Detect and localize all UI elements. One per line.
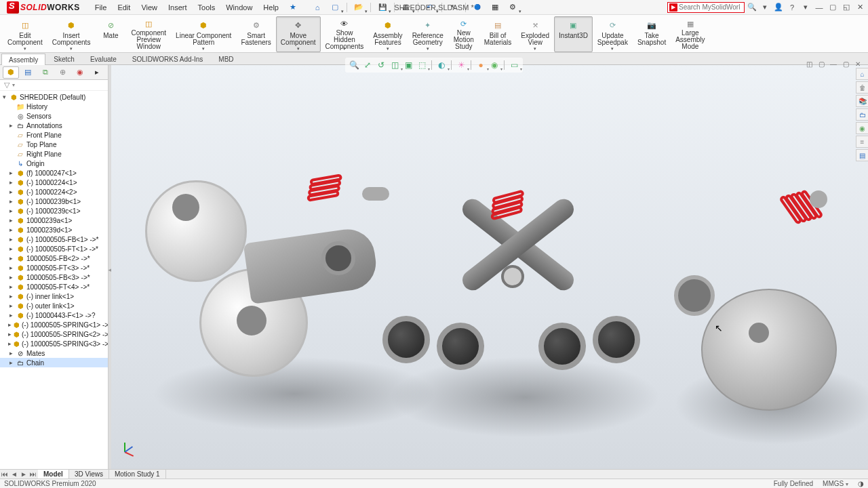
ribbon-smart-fasteners[interactable]: Smart Fasteners	[236, 16, 275, 52]
search-input[interactable]	[679, 3, 740, 11]
menu-tools[interactable]: Tools	[193, 1, 221, 14]
search-icon[interactable]: 🔍	[747, 3, 757, 12]
tab-scroll-right-icon[interactable]: ⏭	[28, 470, 38, 478]
taskpane-view-palette-icon[interactable]: ◉	[856, 122, 868, 134]
tree-item[interactable]: ▸⬢10000505-FT<3> ->*	[0, 263, 108, 272]
tree-item[interactable]: ▱Right Plane	[0, 149, 108, 159]
ribbon-bill-of-materials[interactable]: Bill of Materials	[479, 16, 517, 52]
open-button[interactable]	[351, 1, 366, 14]
tree-item[interactable]: ▸⬢10000505-FB<3> ->*	[0, 272, 108, 282]
cm-tab-solidworks-add-ins[interactable]: SOLIDWORKS Add-Ins	[125, 53, 210, 64]
ribbon-insert-components[interactable]: Insert Components▾	[47, 16, 96, 52]
fm-tab-dim[interactable]: ⊕	[55, 66, 71, 79]
minimize-button[interactable]: —	[814, 2, 825, 13]
menu-file[interactable]: File	[90, 1, 113, 14]
model-tab--d-views[interactable]: 3D Views	[69, 470, 109, 479]
tree-item[interactable]: ↳Origin	[0, 159, 108, 168]
status-units[interactable]: MMGS ▾	[823, 480, 848, 487]
mdi-cascade-icon[interactable]: ▢	[816, 59, 826, 68]
mdi-tile-icon[interactable]: ◫	[804, 59, 814, 68]
new-button[interactable]	[328, 1, 342, 14]
options-button[interactable]: ▦	[488, 1, 502, 14]
dynamic-annotation-icon[interactable]: ▣	[402, 59, 414, 71]
tree-item[interactable]: ▸⬢(-) 10000505-FT<1> ->*	[0, 244, 108, 253]
menu-view[interactable]: View	[136, 1, 163, 14]
fm-tab-expand-icon[interactable]: ▸	[90, 66, 106, 79]
taskpane-resources-icon[interactable]: 🗑	[856, 81, 868, 94]
ribbon-instant-d[interactable]: Instant3D	[554, 16, 593, 52]
tree-root[interactable]: ▾ ⬢ SHREDDER (Default)	[0, 92, 108, 102]
taskpane-design-library-icon[interactable]: 📚	[856, 95, 868, 107]
ribbon-exploded-view[interactable]: Exploded View▾	[516, 16, 554, 52]
ribbon-new-motion-study[interactable]: New Motion Study	[448, 16, 479, 52]
model-tab-model[interactable]: Model	[38, 470, 69, 479]
help-arrow-icon[interactable]: ▾	[800, 2, 811, 13]
taskpane-file-explorer-icon[interactable]: 🗀	[856, 108, 868, 121]
taskpane-custom-props-icon[interactable]: ▤	[856, 149, 868, 161]
tree-item[interactable]: ▸⬢10000239d<1>	[0, 225, 108, 235]
help-icon[interactable]: ?	[787, 2, 797, 13]
menu-help[interactable]: Help	[258, 1, 284, 14]
tree-item[interactable]: ▸⬢(-) outer link<1>	[0, 301, 108, 310]
tree-item[interactable]: ▸⬢(-) 10000239c<1>	[0, 206, 108, 216]
help-dropdown-icon[interactable]: ▾	[760, 2, 770, 13]
fm-tab-property[interactable]: ▤	[20, 66, 37, 79]
zoom-fit-icon[interactable]: 🔍	[348, 59, 360, 71]
ribbon-large-assembly-mode[interactable]: Large Assembly Mode	[671, 16, 709, 52]
model-tab-motion-study-[interactable]: Motion Study 1	[109, 470, 166, 479]
tree-item[interactable]: ▸⬢10000505-FB<2> ->*	[0, 253, 108, 263]
fm-tab-config[interactable]: ⧉	[37, 66, 54, 79]
tree-item[interactable]: ▸⬢(f) 10000247<1>	[0, 168, 108, 178]
taskpane-home-icon[interactable]: ⌂	[856, 68, 868, 80]
view-settings-icon[interactable]: ▭	[508, 59, 520, 71]
tab-scroll-left-icon[interactable]: ⏮	[0, 470, 9, 478]
search-box[interactable]: ▶	[667, 2, 745, 13]
ribbon-assembly-features[interactable]: Assembly Features▾	[368, 16, 407, 52]
restore-button[interactable]: ▢	[827, 2, 838, 13]
orientation-triad[interactable]	[119, 439, 138, 458]
close-button[interactable]: ✕	[854, 2, 865, 13]
previous-view-icon[interactable]: ↺	[375, 59, 387, 71]
cm-tab-assembly[interactable]: Assembly	[1, 54, 45, 65]
tree-item[interactable]: ▸⬢(-) 10000505-FB<1> ->*	[0, 235, 108, 244]
tree-item[interactable]: ▸⬢10000239a<1>	[0, 216, 108, 225]
menu-insert[interactable]: Insert	[163, 1, 193, 14]
display-style-icon[interactable]: ◐	[435, 59, 448, 71]
ribbon-reference-geometry[interactable]: Reference Geometry▾	[408, 16, 448, 52]
graphics-area[interactable]: ↖	[111, 65, 868, 469]
tree-item[interactable]: ▸🗀Chain	[0, 358, 108, 367]
tree-item[interactable]: ▸⊘Mates	[0, 348, 108, 358]
tree-item[interactable]: ▸⬢10000505-FT<4> ->*	[0, 282, 108, 291]
tree-item[interactable]: ▸⬢(-) 10000505-SPRING<3> ->	[0, 339, 108, 348]
save-button[interactable]	[375, 1, 390, 14]
pin-icon[interactable]: ★	[288, 3, 298, 12]
view-orientation-icon[interactable]: ⬚	[416, 59, 428, 71]
ribbon-show-hidden-components[interactable]: Show Hidden Components▾	[321, 16, 369, 52]
hide-show-icon[interactable]: ☀	[455, 59, 467, 71]
mdi-minimize-icon[interactable]: —	[829, 59, 838, 68]
edit-appearance-icon[interactable]: ●	[475, 59, 487, 71]
tree-item[interactable]: ▸⬢(-) 10000505-SPRING<2> ->	[0, 329, 108, 339]
tab-scroll-next-icon[interactable]: ►	[19, 470, 28, 478]
ribbon-linear-component-pattern[interactable]: Linear Component Pattern▾	[171, 16, 236, 52]
maximize-button[interactable]: ◱	[841, 2, 852, 13]
fm-filter-bar[interactable]: ▽ ▾	[0, 80, 108, 91]
ribbon-take-snapshot[interactable]: Take Snapshot	[633, 16, 671, 52]
zoom-area-icon[interactable]: ⤢	[361, 59, 374, 71]
cm-tab-evaluate[interactable]: Evaluate	[83, 53, 124, 64]
section-view-icon[interactable]: ◫	[389, 59, 401, 71]
tab-scroll-prev-icon[interactable]: ◄	[9, 470, 19, 478]
cm-tab-sketch[interactable]: Sketch	[46, 53, 82, 64]
tree-item[interactable]: ▱Top Plane	[0, 140, 108, 149]
tree-item[interactable]: ▸⬢(-) 10000443-F<1> ->?	[0, 310, 108, 320]
tree-item[interactable]: ▸⬢(-) 10000224<1>	[0, 178, 108, 187]
menu-edit[interactable]: Edit	[112, 1, 136, 14]
tree-item[interactable]: ◎Sensors	[0, 111, 108, 121]
ribbon-move-component[interactable]: Move Component▾	[276, 16, 321, 52]
user-icon[interactable]: 👤	[773, 2, 784, 13]
tree-item[interactable]: 📁History	[0, 102, 108, 111]
taskpane-appearances-icon[interactable]: ≡	[856, 136, 868, 148]
ribbon-edit-component[interactable]: Edit Component▾	[3, 16, 47, 52]
home-button[interactable]	[310, 1, 325, 14]
fm-tab-display[interactable]: ◉	[72, 66, 88, 79]
